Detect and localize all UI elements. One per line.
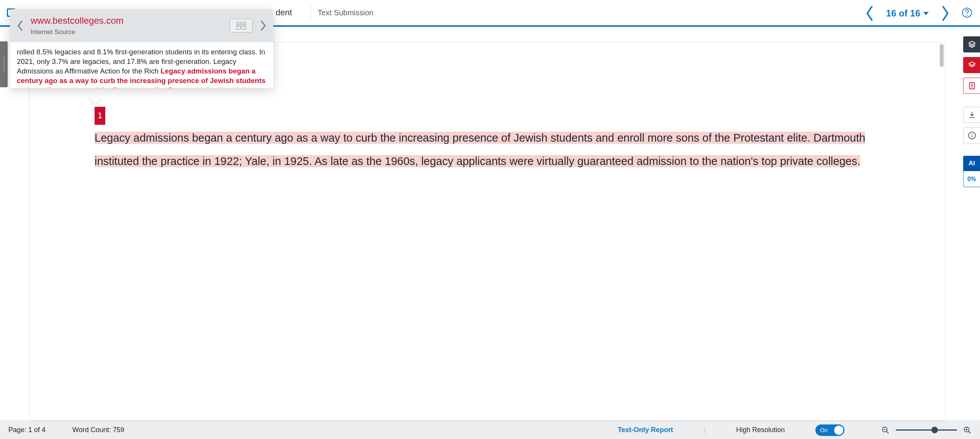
- help-icon: [962, 7, 972, 18]
- download-icon: [968, 111, 976, 119]
- grip-icon: [3, 56, 5, 73]
- info-icon: [968, 131, 976, 140]
- zoom-out-icon[interactable]: [881, 426, 890, 434]
- ai-detection-group: AI 0%: [963, 156, 980, 187]
- document-icon: [968, 82, 976, 90]
- submission-type-label: Text Submission: [318, 8, 374, 17]
- document-viewport[interactable]: 1 Legacy admissions began a century ago …: [29, 42, 946, 421]
- source-type-label: Internet Source: [31, 28, 223, 36]
- ai-percentage-label: 0%: [963, 171, 980, 187]
- slider-thumb[interactable]: [931, 427, 938, 433]
- submission-counter-dropdown[interactable]: 16 of 16: [886, 8, 929, 19]
- popover-next-button[interactable]: [260, 20, 266, 31]
- page-indicator: Page: 1 of 4: [8, 426, 46, 434]
- header-doc-info: dent Text Submission: [276, 4, 373, 21]
- chevron-left-icon: [864, 5, 875, 22]
- word-count-label: Word Count: 759: [72, 426, 124, 434]
- popover-prev-button[interactable]: [17, 20, 24, 31]
- help-button[interactable]: [962, 7, 972, 20]
- popover-excerpt: rolled 8.5% legacies and 8.1% first-gene…: [10, 42, 273, 88]
- submission-counter-text: 16 of 16: [886, 8, 920, 19]
- text-only-report-link[interactable]: Text-Only Report: [618, 426, 673, 434]
- popover-source-info: www.bestcolleges.com Internet Source: [31, 15, 223, 36]
- right-toolbar: AI 0%: [963, 36, 980, 187]
- compare-columns-icon: [242, 22, 246, 29]
- resolution-toggle[interactable]: On: [815, 424, 844, 436]
- divider: [310, 4, 311, 21]
- download-button[interactable]: [963, 107, 980, 123]
- submission-nav: 16 of 16: [864, 0, 972, 27]
- compare-columns-icon: [236, 22, 241, 29]
- layers-icon: [968, 40, 976, 49]
- info-button[interactable]: [963, 127, 980, 144]
- content-fade: [29, 407, 945, 420]
- prev-submission-button[interactable]: [864, 5, 875, 22]
- similarity-highlight[interactable]: Legacy admissions began a century ago as…: [95, 132, 865, 167]
- popover-header: www.bestcolleges.com Internet Source: [10, 9, 273, 42]
- doc-type-partial: dent: [276, 8, 292, 18]
- source-url[interactable]: www.bestcolleges.com: [31, 15, 223, 26]
- zoom-in-icon[interactable]: [963, 426, 972, 434]
- chevron-right-icon: [939, 5, 951, 22]
- toggle-knob: [834, 426, 843, 435]
- scrollbar-thumb[interactable]: [940, 44, 944, 67]
- zoom-slider[interactable]: [896, 429, 957, 431]
- resolution-label: High Resolution: [736, 426, 785, 434]
- source-match-popover: www.bestcolleges.com Internet Source rol…: [10, 9, 273, 88]
- similarity-panel-button[interactable]: [963, 57, 980, 73]
- zoom-controls: [881, 426, 972, 434]
- status-footer: Page: 1 of 4 Word Count: 759 Text-Only R…: [0, 421, 980, 439]
- svg-line-13: [969, 431, 971, 433]
- left-panel-expand-handle[interactable]: [0, 41, 8, 87]
- chevron-left-icon: [17, 20, 24, 31]
- caret-down-icon: [923, 12, 929, 15]
- next-submission-button[interactable]: [939, 5, 951, 22]
- toggle-label: On: [820, 427, 828, 433]
- svg-line-10: [887, 431, 889, 433]
- all-sources-button[interactable]: [963, 78, 980, 94]
- divider: |: [704, 426, 706, 434]
- svg-point-8: [971, 134, 972, 134]
- svg-point-1: [967, 15, 968, 16]
- layers-panel-button[interactable]: [963, 36, 980, 52]
- side-by-side-button[interactable]: [230, 19, 253, 33]
- ai-detection-button[interactable]: AI: [963, 156, 980, 171]
- match-number-badge[interactable]: 1: [95, 107, 105, 125]
- chevron-right-icon: [260, 20, 266, 31]
- document-text: Legacy admissions began a century ago as…: [95, 132, 865, 167]
- layers-icon: [968, 61, 976, 69]
